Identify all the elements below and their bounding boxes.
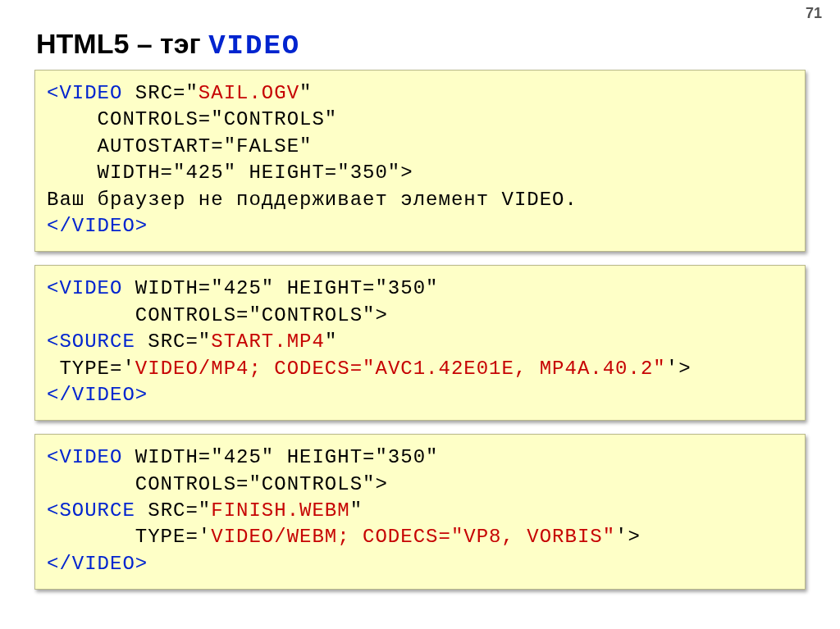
val-codecs-webm: VIDEO/WEBM; CODECS="VP8, VORBIS" bbox=[211, 526, 615, 548]
angle-close: > bbox=[135, 215, 148, 237]
angle-close: > bbox=[135, 553, 148, 575]
code2-line5: </VIDEO> bbox=[47, 382, 793, 408]
angle-open: < bbox=[47, 82, 59, 104]
code2-line1: <VIDEO WIDTH="425" HEIGHT="350" bbox=[47, 276, 793, 302]
angle-open: < bbox=[47, 330, 59, 353]
type-close: '> bbox=[666, 358, 692, 380]
code-block-2: <VIDEO WIDTH="425" HEIGHT="350" CONTROLS… bbox=[34, 265, 806, 421]
slide: 71 HTML5 – тэг VIDEO <VIDEO SRC="SAIL.OG… bbox=[0, 0, 840, 629]
attr-src: SRC=" bbox=[135, 499, 211, 522]
title-prefix: HTML5 – тэг bbox=[36, 28, 208, 59]
code3-line5: </VIDEO> bbox=[47, 551, 793, 577]
slide-title: HTML5 – тэг VIDEO bbox=[36, 28, 806, 62]
angle-close-open: </ bbox=[47, 553, 72, 575]
attr-src: SRC=" bbox=[122, 82, 198, 104]
tag-video: VIDEO bbox=[59, 446, 122, 468]
val-start-mp4: START.MP4 bbox=[211, 330, 325, 353]
type-close: '> bbox=[615, 526, 641, 548]
code1-line4: WIDTH="425" HEIGHT="350"> bbox=[47, 160, 793, 186]
attr-type: TYPE=' bbox=[47, 526, 211, 548]
val-finish-webm: FINISH.WEBM bbox=[211, 499, 349, 522]
tag-video: VIDEO bbox=[59, 277, 122, 299]
tag-source: SOURCE bbox=[59, 330, 135, 353]
code3-line3: <SOURCE SRC="FINISH.WEBM" bbox=[47, 498, 793, 524]
tag-video: VIDEO bbox=[59, 82, 122, 104]
code1-line5: Ваш браузер не поддерживает элемент VIDE… bbox=[47, 187, 793, 213]
angle-close: > bbox=[135, 384, 148, 406]
angle-open: < bbox=[47, 499, 59, 522]
code-block-1: <VIDEO SRC="SAIL.OGV" CONTROLS="CONTROLS… bbox=[34, 70, 806, 252]
attrs-wh: WIDTH="425" HEIGHT="350" bbox=[122, 446, 438, 468]
attr-src: SRC=" bbox=[135, 330, 211, 353]
tag-source: SOURCE bbox=[59, 499, 135, 522]
code3-line1: <VIDEO WIDTH="425" HEIGHT="350" bbox=[47, 444, 793, 471]
code3-line2: CONTROLS="CONTROLS"> bbox=[47, 472, 793, 498]
angle-close-open: </ bbox=[47, 384, 72, 406]
code-block-3: <VIDEO WIDTH="425" HEIGHT="350" CONTROLS… bbox=[34, 434, 806, 590]
val-sail-ogv: SAIL.OGV bbox=[199, 82, 299, 104]
code1-line6: </VIDEO> bbox=[47, 213, 793, 239]
code1-line2: CONTROLS="CONTROLS" bbox=[47, 107, 793, 133]
quote-close: " bbox=[325, 330, 337, 353]
angle-open: < bbox=[47, 446, 59, 468]
attr-type: TYPE=' bbox=[47, 358, 135, 380]
code2-line2: CONTROLS="CONTROLS"> bbox=[47, 303, 793, 329]
val-codecs-mp4: VIDEO/MP4; CODECS="AVC1.42E01E, MP4A.40.… bbox=[135, 358, 666, 380]
title-tag: VIDEO bbox=[208, 30, 300, 62]
code1-line3: AUTOSTART="FALSE" bbox=[47, 134, 793, 160]
quote-close: " bbox=[299, 82, 312, 104]
code2-line3: <SOURCE SRC="START.MP4" bbox=[47, 329, 793, 355]
tag-video-close: VIDEO bbox=[72, 384, 135, 406]
quote-close: " bbox=[350, 499, 363, 522]
tag-video-close: VIDEO bbox=[72, 553, 135, 575]
code3-line4: TYPE='VIDEO/WEBM; CODECS="VP8, VORBIS"'> bbox=[47, 524, 793, 550]
code2-line4: TYPE='VIDEO/MP4; CODECS="AVC1.42E01E, MP… bbox=[47, 356, 793, 382]
page-number: 71 bbox=[806, 5, 822, 22]
attrs-wh: WIDTH="425" HEIGHT="350" bbox=[122, 277, 438, 299]
angle-open: < bbox=[47, 277, 59, 299]
angle-close-open: </ bbox=[47, 215, 72, 237]
tag-video-close: VIDEO bbox=[72, 215, 135, 237]
code1-line1: <VIDEO SRC="SAIL.OGV" bbox=[47, 80, 793, 107]
